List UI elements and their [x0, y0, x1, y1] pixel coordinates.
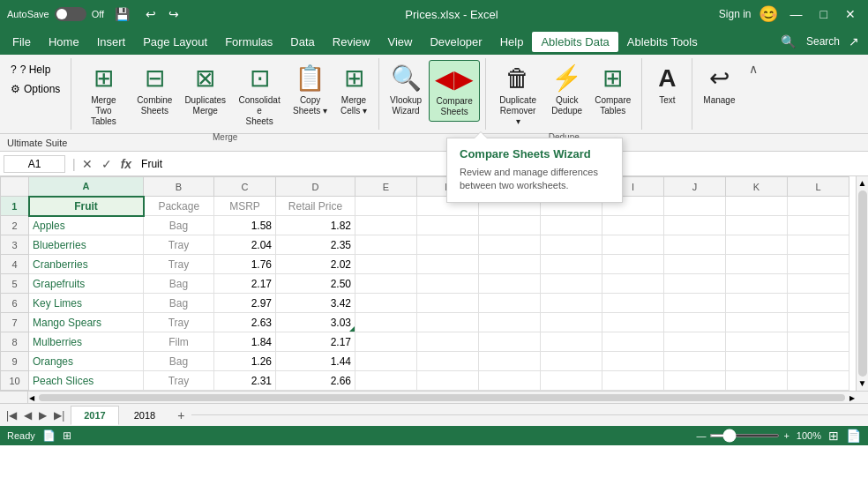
add-sheet-button[interactable]: + — [170, 407, 191, 424]
sheet-tab-2017[interactable]: 2017 — [71, 406, 118, 425]
cell-C3[interactable]: 2.04 — [214, 235, 276, 255]
cell-C2[interactable]: 1.58 — [214, 216, 276, 235]
save-icon[interactable]: 💾 — [109, 5, 135, 23]
formula-cancel-btn[interactable]: ✕ — [79, 156, 95, 172]
menu-file[interactable]: File — [4, 32, 40, 52]
vertical-scrollbar[interactable]: ▲ ▼ — [856, 176, 868, 391]
grid-view-icon[interactable]: ⊞ — [828, 429, 839, 443]
vlookup-wizard-button[interactable]: 🔍 VlookupWizard — [385, 60, 427, 120]
cell-B6[interactable]: Bag — [144, 294, 214, 313]
signin-button[interactable]: Sign in — [719, 8, 752, 20]
cell-D9[interactable]: 1.44 — [276, 352, 355, 371]
share-icon[interactable]: ↗ — [843, 31, 864, 52]
search-label[interactable]: Search — [803, 32, 843, 51]
cell-B10[interactable]: Tray — [144, 371, 214, 391]
scroll-thumb[interactable] — [858, 190, 867, 377]
col-header-K[interactable]: K — [726, 177, 788, 197]
col-header-D[interactable]: D — [276, 177, 355, 197]
cell-A2[interactable]: Apples — [29, 216, 144, 235]
zoom-out-btn[interactable]: — — [696, 430, 706, 441]
cell-D3[interactable]: 2.35 — [276, 235, 355, 255]
menu-ablebits-tools[interactable]: Ablebits Tools — [618, 32, 707, 52]
col-header-E[interactable]: E — [355, 177, 417, 197]
cell-C5[interactable]: 2.17 — [214, 274, 276, 294]
scroll-left-btn[interactable]: ◀ — [28, 394, 35, 401]
tab-nav-last[interactable]: ▶| — [51, 408, 67, 422]
page-view-icon[interactable]: 📄 — [846, 429, 861, 443]
cell-B5[interactable]: Bag — [144, 274, 214, 294]
cell-C1[interactable]: MSRP — [214, 197, 276, 216]
col-header-A[interactable]: A — [29, 177, 144, 197]
consolidate-sheets-button[interactable]: ⊡ ConsolidateSheets — [233, 60, 286, 131]
maximize-btn[interactable]: □ — [815, 5, 833, 23]
minimize-btn[interactable]: — — [785, 5, 808, 23]
horizontal-scrollbar[interactable]: ◀ ▶ — [28, 391, 856, 403]
scroll-down-btn[interactable]: ▼ — [857, 378, 868, 389]
cell-A7[interactable]: Mango Spears — [29, 313, 144, 332]
compare-sheets-button[interactable]: ◀▶ CompareSheets — [429, 60, 480, 122]
cell-B2[interactable]: Bag — [144, 216, 214, 235]
help-button[interactable]: ? ? Help — [7, 62, 64, 78]
merge-two-tables-button[interactable]: ⊞ MergeTwo Tables — [77, 60, 130, 131]
menu-help[interactable]: Help — [491, 32, 533, 52]
cell-C10[interactable]: 2.31 — [214, 371, 276, 391]
cell-A5[interactable]: Grapefruits — [29, 274, 144, 294]
cell-D8[interactable]: 2.17 — [276, 332, 355, 352]
cell-B1[interactable]: Package — [144, 197, 214, 216]
menu-insert[interactable]: Insert — [88, 32, 135, 52]
scroll-right-btn[interactable]: ▶ — [849, 394, 856, 401]
cell-B9[interactable]: Bag — [144, 352, 214, 371]
cell-K1[interactable] — [726, 197, 788, 216]
menu-data[interactable]: Data — [281, 32, 323, 52]
cell-A6[interactable]: Key Limes — [29, 294, 144, 313]
scroll-up-btn[interactable]: ▲ — [857, 178, 868, 189]
cell-E1[interactable] — [355, 197, 417, 216]
manage-button[interactable]: ↩ Manage — [698, 60, 740, 109]
ribbon-collapse-btn[interactable]: ∧ — [749, 62, 758, 76]
col-header-J[interactable]: J — [664, 177, 726, 197]
cell-L1[interactable] — [788, 197, 849, 216]
search-icon[interactable]: 🔍 — [774, 31, 803, 52]
cell-A3[interactable]: Blueberries — [29, 235, 144, 255]
cell-C8[interactable]: 1.84 — [214, 332, 276, 352]
redo-btn[interactable]: ↪ — [163, 5, 184, 23]
quick-dedupe-button[interactable]: ⚡ QuickDedupe — [546, 60, 587, 120]
formula-confirm-btn[interactable]: ✓ — [99, 156, 115, 172]
cell-C9[interactable]: 1.26 — [214, 352, 276, 371]
menu-ablebits-data[interactable]: Ablebits Data — [532, 32, 617, 52]
copy-sheets-button[interactable]: 📋 CopySheets ▾ — [288, 60, 333, 120]
undo-btn[interactable]: ↩ — [140, 5, 161, 23]
cell-B8[interactable]: Film — [144, 332, 214, 352]
zoom-slider[interactable] — [709, 434, 780, 437]
sheet-tab-2018[interactable]: 2018 — [121, 406, 168, 424]
merge-duplicates-button[interactable]: ⊠ DuplicatesMerge — [179, 60, 231, 120]
zoom-in-btn[interactable]: + — [783, 430, 789, 441]
cell-D1[interactable]: Retail Price — [276, 197, 355, 216]
cell-A10[interactable]: Peach Slices — [29, 371, 144, 391]
cell-ref-input[interactable] — [4, 155, 65, 173]
col-header-B[interactable]: B — [144, 177, 214, 197]
cell-D6[interactable]: 3.42 — [276, 294, 355, 313]
formula-fx-btn[interactable]: fx — [118, 156, 134, 172]
menu-review[interactable]: Review — [324, 32, 379, 52]
cell-A9[interactable]: Oranges — [29, 352, 144, 371]
tab-nav-prev[interactable]: ◀ — [21, 408, 34, 422]
col-header-L[interactable]: L — [788, 177, 849, 197]
menu-page-layout[interactable]: Page Layout — [134, 32, 216, 52]
cell-B7[interactable]: Tray — [144, 313, 214, 332]
duplicate-remover-button[interactable]: 🗑 DuplicateRemover ▾ — [491, 60, 544, 131]
menu-home[interactable]: Home — [40, 32, 88, 52]
cell-D5[interactable]: 2.50 — [276, 274, 355, 294]
menu-developer[interactable]: Developer — [421, 32, 490, 52]
close-btn[interactable]: ✕ — [840, 5, 861, 23]
cell-C6[interactable]: 2.97 — [214, 294, 276, 313]
autosave-toggle[interactable] — [55, 7, 86, 21]
h-scroll-thumb[interactable] — [39, 394, 845, 401]
tab-nav-first[interactable]: |◀ — [4, 408, 19, 422]
cell-A4[interactable]: Cranberries — [29, 255, 144, 274]
cell-A8[interactable]: Mulberries — [29, 332, 144, 352]
cell-E2[interactable] — [355, 216, 417, 235]
grid-scroll[interactable]: A B C D E F G H I J K L — [0, 176, 856, 391]
cell-B4[interactable]: Tray — [144, 255, 214, 274]
text-button[interactable]: A Text — [647, 60, 686, 109]
